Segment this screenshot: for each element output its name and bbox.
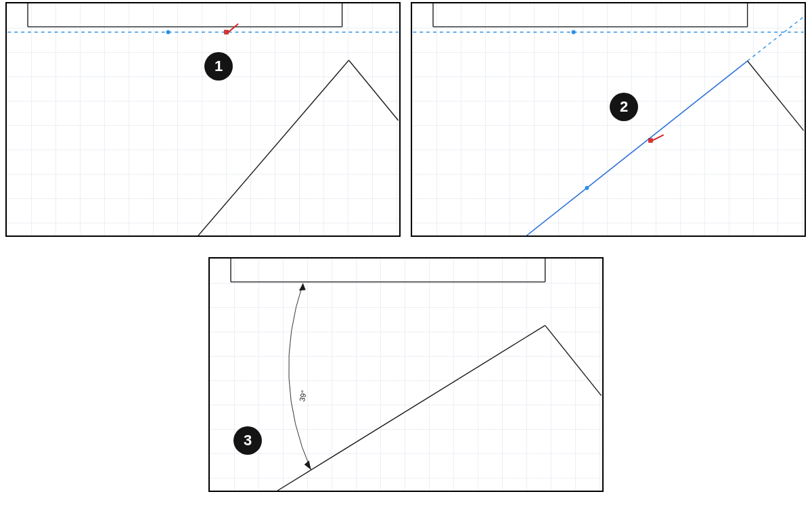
active-line bbox=[526, 61, 747, 235]
step-badge-1: 1 bbox=[204, 52, 233, 81]
step-panel-3: 39° 3 bbox=[208, 257, 604, 492]
midpoint-dot-icon bbox=[166, 30, 171, 35]
sketch-canvas-1 bbox=[7, 3, 399, 235]
step-number: 2 bbox=[620, 98, 628, 116]
triangle-right bbox=[748, 61, 804, 131]
angle-arc bbox=[289, 284, 311, 470]
sketch-canvas-2 bbox=[412, 3, 805, 235]
triangle-left bbox=[277, 325, 545, 491]
step-number: 3 bbox=[244, 432, 252, 449]
step-panel-1: 1 bbox=[5, 2, 401, 237]
triangle-left bbox=[198, 60, 348, 235]
midpoint-dot-h-icon bbox=[572, 30, 576, 35]
inference-dashed-diag bbox=[748, 17, 804, 61]
sketch-canvas-3 bbox=[210, 258, 602, 491]
step-panel-2: 2 bbox=[411, 2, 806, 237]
cursor-indicator-icon bbox=[229, 24, 238, 32]
step-badge-3: 3 bbox=[233, 426, 262, 455]
cursor-indicator-icon bbox=[652, 135, 663, 141]
arrowhead-bottom-icon bbox=[304, 461, 311, 470]
triangle-right bbox=[348, 60, 398, 120]
step-badge-2: 2 bbox=[610, 93, 638, 121]
triangle-right bbox=[545, 325, 602, 396]
step-number: 1 bbox=[215, 58, 223, 75]
midpoint-dot-d-icon bbox=[585, 186, 589, 190]
